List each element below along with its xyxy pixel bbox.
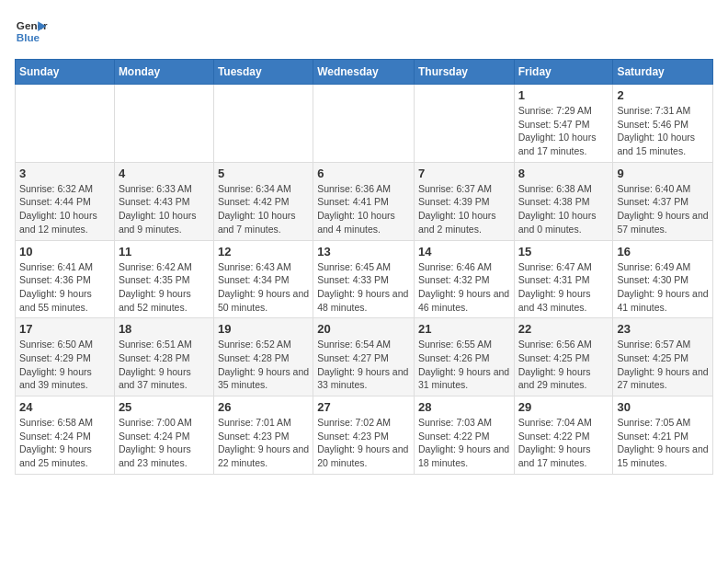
calendar-cell: 19Sunrise: 6:52 AM Sunset: 4:28 PM Dayli… — [213, 318, 313, 396]
calendar-week-row: 24Sunrise: 6:58 AM Sunset: 4:24 PM Dayli… — [16, 396, 713, 475]
weekday-header-thursday: Thursday — [414, 60, 514, 85]
calendar-cell: 3Sunrise: 6:32 AM Sunset: 4:44 PM Daylig… — [16, 162, 115, 240]
day-info: Sunrise: 6:55 AM Sunset: 4:26 PM Dayligh… — [418, 338, 510, 392]
calendar-week-row: 10Sunrise: 6:41 AM Sunset: 4:36 PM Dayli… — [16, 240, 713, 318]
day-number: 13 — [317, 245, 410, 259]
calendar-cell — [414, 85, 514, 163]
day-number: 26 — [218, 400, 309, 414]
day-info: Sunrise: 6:40 AM Sunset: 4:37 PM Dayligh… — [617, 182, 709, 236]
calendar-cell: 7Sunrise: 6:37 AM Sunset: 4:39 PM Daylig… — [414, 162, 514, 240]
day-number: 17 — [19, 322, 110, 336]
calendar-cell: 4Sunrise: 6:33 AM Sunset: 4:43 PM Daylig… — [114, 162, 213, 240]
calendar-cell: 15Sunrise: 6:47 AM Sunset: 4:31 PM Dayli… — [514, 240, 613, 318]
day-number: 5 — [218, 167, 309, 180]
calendar-cell: 14Sunrise: 6:46 AM Sunset: 4:32 PM Dayli… — [414, 240, 514, 318]
weekday-header-monday: Monday — [114, 60, 213, 85]
day-number: 19 — [218, 322, 309, 336]
day-number: 28 — [418, 400, 510, 414]
calendar-cell: 9Sunrise: 6:40 AM Sunset: 4:37 PM Daylig… — [613, 162, 713, 240]
day-info: Sunrise: 6:33 AM Sunset: 4:43 PM Dayligh… — [119, 182, 210, 236]
day-info: Sunrise: 7:04 AM Sunset: 4:22 PM Dayligh… — [518, 416, 609, 470]
calendar-table: SundayMondayTuesdayWednesdayThursdayFrid… — [15, 59, 713, 475]
day-number: 11 — [119, 245, 210, 259]
day-info: Sunrise: 6:46 AM Sunset: 4:32 PM Dayligh… — [418, 260, 510, 315]
day-info: Sunrise: 7:03 AM Sunset: 4:22 PM Dayligh… — [418, 416, 510, 470]
day-number: 9 — [617, 167, 709, 180]
day-number: 30 — [617, 400, 709, 414]
svg-text:Blue: Blue — [17, 31, 40, 43]
day-info: Sunrise: 6:43 AM Sunset: 4:34 PM Dayligh… — [218, 260, 309, 315]
day-info: Sunrise: 7:02 AM Sunset: 4:23 PM Dayligh… — [317, 416, 410, 470]
day-number: 27 — [317, 400, 410, 414]
weekday-header-tuesday: Tuesday — [213, 60, 313, 85]
calendar-cell: 10Sunrise: 6:41 AM Sunset: 4:36 PM Dayli… — [16, 240, 115, 318]
day-info: Sunrise: 6:34 AM Sunset: 4:42 PM Dayligh… — [218, 182, 309, 236]
weekday-header-sunday: Sunday — [16, 60, 115, 85]
weekday-header-saturday: Saturday — [613, 60, 713, 85]
weekday-header-wednesday: Wednesday — [313, 60, 415, 85]
calendar-cell: 2Sunrise: 7:31 AM Sunset: 5:46 PM Daylig… — [613, 85, 713, 163]
logo: General Blue — [15, 15, 48, 48]
day-number: 3 — [19, 167, 110, 180]
logo-icon: General Blue — [15, 15, 48, 48]
calendar-cell — [213, 85, 313, 163]
day-info: Sunrise: 6:32 AM Sunset: 4:44 PM Dayligh… — [19, 182, 110, 236]
day-number: 29 — [518, 400, 609, 414]
day-info: Sunrise: 7:31 AM Sunset: 5:46 PM Dayligh… — [617, 104, 709, 158]
calendar-cell: 27Sunrise: 7:02 AM Sunset: 4:23 PM Dayli… — [313, 396, 415, 475]
calendar-cell: 21Sunrise: 6:55 AM Sunset: 4:26 PM Dayli… — [414, 318, 514, 396]
calendar-cell: 23Sunrise: 6:57 AM Sunset: 4:25 PM Dayli… — [613, 318, 713, 396]
day-number: 1 — [518, 88, 609, 102]
day-info: Sunrise: 7:05 AM Sunset: 4:21 PM Dayligh… — [617, 416, 709, 470]
calendar-cell: 13Sunrise: 6:45 AM Sunset: 4:33 PM Dayli… — [313, 240, 415, 318]
calendar-cell — [313, 85, 415, 163]
day-info: Sunrise: 6:37 AM Sunset: 4:39 PM Dayligh… — [418, 182, 510, 236]
day-info: Sunrise: 6:57 AM Sunset: 4:25 PM Dayligh… — [617, 338, 709, 392]
day-info: Sunrise: 6:52 AM Sunset: 4:28 PM Dayligh… — [218, 338, 309, 392]
calendar-cell: 22Sunrise: 6:56 AM Sunset: 4:25 PM Dayli… — [514, 318, 613, 396]
weekday-header-friday: Friday — [514, 60, 613, 85]
day-info: Sunrise: 7:01 AM Sunset: 4:23 PM Dayligh… — [218, 416, 309, 470]
calendar-cell: 12Sunrise: 6:43 AM Sunset: 4:34 PM Dayli… — [213, 240, 313, 318]
day-info: Sunrise: 7:29 AM Sunset: 5:47 PM Dayligh… — [518, 104, 609, 158]
day-number: 14 — [418, 245, 510, 259]
day-info: Sunrise: 6:49 AM Sunset: 4:30 PM Dayligh… — [617, 260, 709, 315]
day-number: 10 — [19, 245, 110, 259]
calendar-cell — [114, 85, 213, 163]
day-info: Sunrise: 6:54 AM Sunset: 4:27 PM Dayligh… — [317, 338, 410, 392]
day-number: 6 — [317, 167, 410, 180]
calendar-cell: 5Sunrise: 6:34 AM Sunset: 4:42 PM Daylig… — [213, 162, 313, 240]
day-info: Sunrise: 6:58 AM Sunset: 4:24 PM Dayligh… — [19, 416, 110, 470]
day-number: 18 — [119, 322, 210, 336]
page-header: General Blue — [15, 15, 713, 48]
calendar-cell: 8Sunrise: 6:38 AM Sunset: 4:38 PM Daylig… — [514, 162, 613, 240]
day-number: 24 — [19, 400, 110, 414]
calendar-cell: 30Sunrise: 7:05 AM Sunset: 4:21 PM Dayli… — [613, 396, 713, 475]
calendar-week-row: 1Sunrise: 7:29 AM Sunset: 5:47 PM Daylig… — [16, 85, 713, 163]
day-info: Sunrise: 6:56 AM Sunset: 4:25 PM Dayligh… — [518, 338, 609, 392]
calendar-header-row: SundayMondayTuesdayWednesdayThursdayFrid… — [16, 60, 713, 85]
day-number: 12 — [218, 245, 309, 259]
day-number: 22 — [518, 322, 609, 336]
day-info: Sunrise: 6:42 AM Sunset: 4:35 PM Dayligh… — [119, 260, 210, 315]
day-info: Sunrise: 6:45 AM Sunset: 4:33 PM Dayligh… — [317, 260, 410, 315]
calendar-cell: 17Sunrise: 6:50 AM Sunset: 4:29 PM Dayli… — [16, 318, 115, 396]
day-number: 4 — [119, 167, 210, 180]
calendar-cell: 16Sunrise: 6:49 AM Sunset: 4:30 PM Dayli… — [613, 240, 713, 318]
day-number: 23 — [617, 322, 709, 336]
day-info: Sunrise: 6:38 AM Sunset: 4:38 PM Dayligh… — [518, 182, 609, 236]
day-number: 15 — [518, 245, 609, 259]
calendar-cell: 20Sunrise: 6:54 AM Sunset: 4:27 PM Dayli… — [313, 318, 415, 396]
day-number: 7 — [418, 167, 510, 180]
calendar-week-row: 3Sunrise: 6:32 AM Sunset: 4:44 PM Daylig… — [16, 162, 713, 240]
day-number: 21 — [418, 322, 510, 336]
day-info: Sunrise: 7:00 AM Sunset: 4:24 PM Dayligh… — [119, 416, 210, 470]
day-info: Sunrise: 6:50 AM Sunset: 4:29 PM Dayligh… — [19, 338, 110, 392]
calendar-cell: 29Sunrise: 7:04 AM Sunset: 4:22 PM Dayli… — [514, 396, 613, 475]
calendar-week-row: 17Sunrise: 6:50 AM Sunset: 4:29 PM Dayli… — [16, 318, 713, 396]
day-number: 16 — [617, 245, 709, 259]
day-info: Sunrise: 6:41 AM Sunset: 4:36 PM Dayligh… — [19, 260, 110, 315]
day-number: 8 — [518, 167, 609, 180]
calendar-cell — [16, 85, 115, 163]
calendar-cell: 26Sunrise: 7:01 AM Sunset: 4:23 PM Dayli… — [213, 396, 313, 475]
